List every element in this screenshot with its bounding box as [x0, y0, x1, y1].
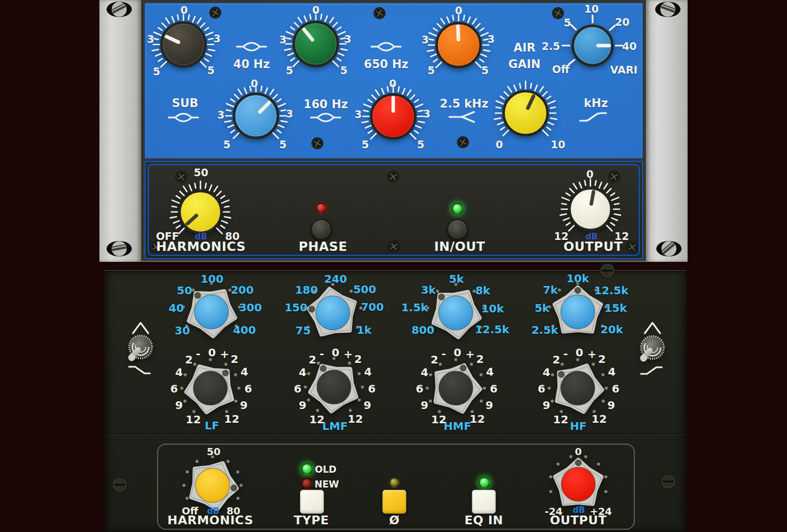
label-5: 5: [361, 138, 369, 150]
label-hmf: HMF: [444, 419, 471, 433]
gain-scale-label: 2: [431, 353, 438, 366]
type-button[interactable]: [300, 490, 324, 514]
label-12.5k: 12.5k: [475, 323, 510, 336]
label-100: 100: [200, 272, 224, 285]
label-5k: 5k: [534, 301, 549, 315]
label-7k: 7k: [543, 283, 557, 296]
gain-scale-label: 4: [543, 366, 550, 379]
label-5: 5: [481, 64, 488, 76]
label-650hz: 650 Hz: [364, 58, 409, 71]
label-2.5k: 2.5k: [532, 323, 559, 337]
rack-screw-icon: [105, 240, 133, 257]
gain-scale-label: 6: [294, 382, 302, 395]
gain-scale-label: 2: [185, 353, 193, 366]
bell-curve-icon: [236, 41, 267, 54]
label-40: 40: [169, 301, 184, 315]
phase-led: [389, 477, 400, 488]
gain-scale-label: 4: [299, 366, 306, 379]
label-500: 500: [353, 283, 376, 296]
label-sub: SUB: [172, 97, 198, 110]
screw-icon: [209, 6, 222, 19]
label-12.5k: 12.5k: [594, 284, 629, 297]
shelfrise-icon: [640, 365, 663, 378]
shelffall-icon: [128, 365, 151, 378]
gain-scale-label: 2: [598, 352, 606, 366]
screw-icon: [111, 477, 128, 493]
gain-scale-label: 0: [576, 346, 583, 359]
label-3: 3: [217, 109, 224, 121]
gain-scale-label: 12: [309, 413, 325, 426]
gain-scale-label: 4: [364, 365, 372, 378]
screw-icon: [660, 473, 677, 490]
gain-scale-label: 9: [240, 399, 248, 412]
peak-curve-icon: [131, 321, 150, 337]
gain-scale-label: 4: [421, 366, 428, 379]
peak-curve-icon: [643, 321, 662, 337]
label-10k: 10k: [481, 302, 504, 315]
gain-scale-label: 12: [224, 412, 239, 425]
label-300: 300: [239, 301, 262, 314]
phase-led: [316, 203, 327, 214]
gain-scale-label: 9: [543, 399, 550, 412]
label-3: 3: [487, 33, 494, 45]
gain-scale-label: +: [344, 348, 353, 361]
label-phase: PHASE: [299, 239, 348, 254]
rack-screw-icon: [105, 1, 133, 18]
label-15k: 15k: [604, 301, 627, 315]
gain-scale-label: 4: [175, 366, 183, 379]
gain-scale-label: 2: [354, 352, 362, 366]
split-curve-icon: [449, 110, 479, 126]
label-vari: VARI: [610, 64, 638, 76]
gain-scale-label: +: [466, 348, 475, 361]
label-3: 3: [213, 32, 220, 44]
label-lmf: LMF: [322, 419, 348, 433]
label-5: 5: [286, 64, 293, 76]
label-10: 10: [584, 3, 599, 15]
label-type: TYPE: [294, 513, 329, 527]
label-3: 3: [279, 33, 286, 46]
label-khz: kHz: [584, 97, 608, 110]
phase-button[interactable]: [311, 219, 332, 240]
gain-scale-label: 4: [608, 365, 616, 378]
eq-plugin-rack: 0335503355033550335503355010105202.540Of…: [0, 0, 787, 532]
label-lf: LF: [205, 419, 219, 432]
label-50: 50: [194, 166, 208, 178]
label-5k: 5k: [449, 272, 464, 285]
label-0: 0: [455, 4, 462, 16]
gain-scale-label: 9: [364, 399, 371, 412]
label-output: OUTPUT: [563, 239, 623, 254]
rack-ear-left: [99, 0, 141, 262]
label-10k: 10k: [566, 272, 589, 285]
screw-icon: [607, 170, 621, 183]
gain-scale-label: +: [588, 348, 597, 361]
label-harmonics: HARMONICS: [168, 513, 253, 527]
gain-scale-label: 6: [170, 382, 178, 395]
label-10: 10: [551, 138, 565, 150]
in-out-button[interactable]: [447, 219, 468, 240]
phase-button[interactable]: [383, 490, 406, 514]
gain-scale-label: 6: [538, 382, 545, 395]
label-3: 3: [147, 33, 154, 45]
panel-seam: [104, 433, 686, 435]
in-out-led: [451, 203, 464, 215]
gain-scale-label: 0: [208, 346, 216, 359]
screw-icon: [311, 137, 324, 150]
gain-scale-label: -: [563, 347, 568, 360]
gain-scale-label: 6: [244, 382, 252, 395]
gain-scale-label: 9: [299, 399, 306, 412]
eq-in-button[interactable]: [472, 490, 496, 514]
gain-scale-label: 12: [186, 413, 201, 426]
label-700: 700: [361, 300, 384, 313]
eq-in-led: [478, 477, 490, 489]
label-air: AIR: [513, 41, 535, 54]
bell-curve-icon: [310, 112, 341, 125]
label-1k: 1k: [356, 323, 371, 337]
label-2.5khz: 2.5 kHz: [440, 97, 488, 110]
label-3: 3: [423, 108, 430, 120]
bell-curve-icon: [371, 41, 401, 54]
type-new-led: [301, 478, 313, 490]
gain-scale-label: 6: [416, 382, 423, 395]
gain-scale-label: 9: [175, 399, 183, 412]
screw-icon: [387, 170, 400, 183]
label-eqin: EQ IN: [465, 513, 504, 527]
